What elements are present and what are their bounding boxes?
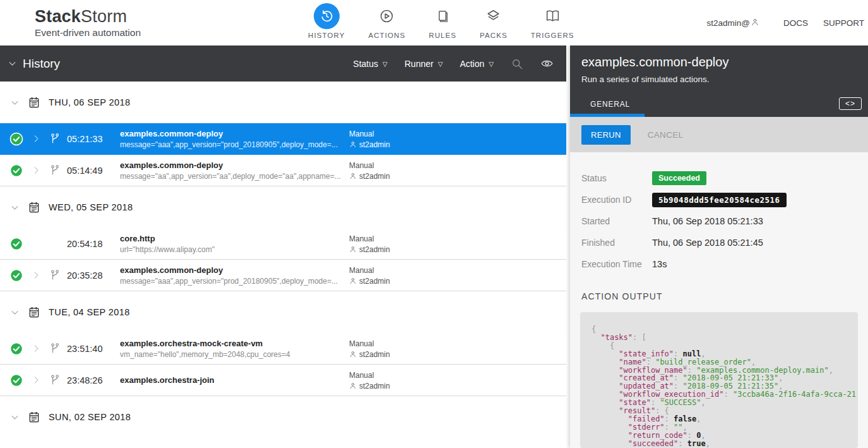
date-group-header[interactable]: THU, 06 SEP 2018 — [0, 82, 566, 123]
search-icon[interactable] — [511, 58, 523, 70]
action-name: examples.orchestra-join — [120, 375, 342, 385]
execution-meta: Manualst2admin — [349, 339, 390, 358]
eye-icon[interactable] — [540, 57, 554, 70]
tab-general[interactable]: GENERAL — [590, 100, 630, 109]
user-menu[interactable]: st2admin@ — [706, 18, 759, 28]
action-name: examples.common-deploy — [120, 265, 342, 275]
dropdown-triangle-icon: ▽ — [489, 60, 494, 68]
app-header: StackStorm Event-driven automation HISTO… — [0, 0, 868, 45]
person-icon — [349, 277, 357, 284]
execution-meta: Manualst2admin — [349, 129, 390, 148]
nav-item-packs[interactable]: PACKS — [480, 3, 508, 39]
trigger-type: Manual — [349, 265, 390, 274]
execution-main: examples.orchestra-mock-create-vmvm_name… — [120, 339, 342, 359]
date-group-header[interactable]: TUE, 04 SEP 2018 — [0, 291, 566, 333]
stackstorm-logo[interactable]: StackStorm Event-driven automation — [35, 7, 141, 39]
code-view-toggle-button[interactable]: <> — [839, 97, 862, 110]
person-icon — [349, 245, 357, 253]
details-fields: StatusSucceededExecution ID5b9048ddd5fee… — [570, 167, 868, 275]
status-success-icon — [9, 342, 23, 356]
expand-chevron-icon[interactable] — [32, 375, 41, 385]
status-success-icon — [9, 269, 23, 282]
user-label: st2admin@ — [706, 18, 749, 28]
collapse-chevron-icon[interactable] — [8, 59, 17, 68]
execution-main: examples.common-deploymessage="aaa",app_… — [120, 265, 342, 286]
rerun-button[interactable]: RERUN — [581, 125, 631, 145]
action-params: message="aaa",app_version="prod_20180905… — [120, 277, 342, 286]
header-right: st2admin@ DOCS SUPPORT — [706, 0, 864, 45]
nav-label: ACTIONS — [368, 32, 405, 39]
chevron-down-icon — [10, 413, 20, 422]
nav-item-actions[interactable]: ACTIONS — [368, 3, 405, 39]
execution-row[interactable]: 20:54:18core.httpurl="https://www.alipay… — [0, 228, 566, 260]
execution-row[interactable]: 05:14:49examples.common-deploymessage="a… — [0, 155, 566, 186]
execution-row[interactable]: examples.common-deployManual — [0, 438, 566, 448]
execution-id-pill: 5b9048ddd5fee20584ce2516 — [652, 193, 787, 207]
chevron-down-icon — [10, 98, 20, 107]
filter-action[interactable]: Action▽ — [460, 59, 494, 69]
cancel-button[interactable]: CANCEL — [648, 130, 684, 140]
action-name: core.http — [120, 234, 342, 243]
action-title: examples.common-deploy — [581, 55, 728, 70]
execution-meta: Manualst2admin — [349, 265, 390, 285]
chevron-down-icon — [10, 308, 20, 317]
trigger-type: Manual — [349, 160, 390, 169]
logo-bold: Stack — [35, 7, 81, 26]
expand-chevron-icon[interactable] — [32, 344, 41, 353]
date-group-header[interactable]: SUN, 02 SEP 2018 — [0, 396, 566, 438]
person-icon — [349, 140, 357, 148]
expand-chevron-icon[interactable] — [32, 166, 41, 175]
action-params: message="aaa",app_version="prod_20180905… — [120, 140, 342, 149]
rules-icon — [430, 3, 456, 29]
docs-link[interactable]: DOCS — [783, 18, 808, 28]
history-toolbar: History Status▽Runner▽Action▽ — [0, 45, 566, 82]
execution-time: 23:51:40 — [67, 344, 112, 354]
support-link[interactable]: SUPPORT — [823, 18, 864, 28]
workflow-icon — [49, 269, 61, 281]
trigger-type: Manual — [349, 234, 390, 243]
trigger-type: Manual — [349, 339, 390, 348]
action-output-code[interactable]: { "tasks": [ { "state_info": null, "name… — [580, 312, 858, 448]
expand-chevron-icon[interactable] — [32, 270, 41, 280]
status-success-icon — [9, 164, 23, 178]
user-name: st2admin — [359, 381, 390, 390]
filter-label: Action — [460, 59, 484, 69]
execution-main: examples.common-deploymessage="aaa",app_… — [120, 129, 342, 149]
action-params: message="aa",app_version="aa",deploy_mod… — [120, 172, 342, 181]
chevron-down-icon — [10, 203, 20, 212]
execution-row[interactable]: 23:51:40examples.orchestra-mock-create-v… — [0, 333, 566, 365]
nav-label: HISTORY — [308, 32, 345, 39]
history-icon — [314, 3, 340, 29]
person-icon — [349, 172, 357, 179]
execution-main: core.httpurl="https://www.alipay.com" — [120, 234, 342, 254]
expand-chevron-icon[interactable] — [32, 134, 41, 143]
detail-field-status: StatusSucceeded — [570, 167, 868, 189]
action-name: examples.common-deploy — [120, 160, 342, 170]
panel-title: History — [23, 57, 60, 71]
field-label: Status — [581, 173, 652, 183]
group-date-label: THU, 06 SEP 2018 — [49, 97, 130, 107]
detail-field-finished: FinishedThu, 06 Sep 2018 05:21:45 — [570, 232, 868, 253]
nav-item-rules[interactable]: RULES — [429, 3, 456, 39]
toolbar-controls: Status▽Runner▽Action▽ — [353, 57, 554, 70]
field-label: Started — [581, 216, 652, 226]
status-badge: Succeeded — [652, 171, 706, 185]
dropdown-triangle-icon: ▽ — [438, 60, 443, 68]
user-name: st2admin — [359, 245, 390, 253]
logo-text: StackStorm — [35, 7, 141, 27]
nav-item-history[interactable]: HISTORY — [308, 3, 345, 39]
field-value: 13s — [652, 259, 667, 269]
main-nav: HISTORYACTIONSRULESPACKSTRIGGERS — [308, 3, 574, 39]
execution-time: 23:48:26 — [67, 375, 112, 385]
filter-runner[interactable]: Runner▽ — [405, 59, 443, 69]
execution-row[interactable]: 23:48:26examples.orchestra-joinManualst2… — [0, 365, 566, 396]
execution-row[interactable]: 20:35:28examples.common-deploymessage="a… — [0, 260, 566, 291]
filter-label: Runner — [405, 59, 434, 69]
logo-tagline: Event-driven automation — [35, 27, 141, 39]
date-group-header[interactable]: WED, 05 SEP 2018 — [0, 186, 566, 228]
execution-row[interactable]: 05:21:33examples.common-deploymessage="a… — [0, 123, 566, 155]
execution-time: 20:35:28 — [67, 270, 112, 281]
filter-status[interactable]: Status▽ — [353, 59, 387, 69]
nav-item-triggers[interactable]: TRIGGERS — [531, 3, 574, 39]
workflow-icon — [49, 133, 61, 145]
